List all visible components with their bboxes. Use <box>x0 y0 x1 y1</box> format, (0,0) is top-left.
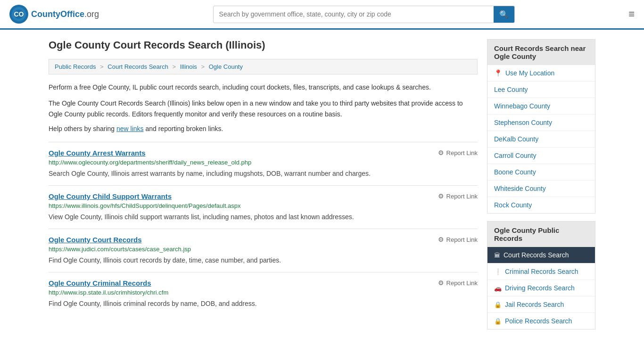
record-url-2[interactable]: https://www.judici.com/courts/cases/case… <box>49 246 478 253</box>
report-label-3: Report Link <box>446 280 478 287</box>
breadcrumb-sep-2: > <box>173 63 178 70</box>
hamburger-menu-icon[interactable]: ≡ <box>628 8 635 20</box>
search-input[interactable] <box>214 7 494 22</box>
nearby-county-label-4: Carroll County <box>494 152 536 159</box>
breadcrumb-sep-1: > <box>100 63 105 70</box>
nearby-county-label-1: Winnebago County <box>494 102 550 110</box>
use-my-location[interactable]: 📍 Use My Location <box>487 65 595 82</box>
nearby-county-0[interactable]: Lee County <box>487 82 595 98</box>
record-url-1[interactable]: https://www.illinois.gov/hfs/ChildSuppor… <box>49 202 478 209</box>
report-link-2[interactable]: ⚙ Report Link <box>438 236 478 243</box>
help-text: Help others by sharing new links and rep… <box>49 125 478 132</box>
report-link-1[interactable]: ⚙ Report Link <box>438 192 478 200</box>
record-desc-2: Find Ogle County, Illinois court records… <box>49 255 478 265</box>
record-title-3[interactable]: Ogle County Criminal Records <box>49 279 151 287</box>
public-record-item-0[interactable]: 🏛 Court Records Search <box>487 247 595 263</box>
nearby-county-label-3: DeKalb County <box>494 135 538 143</box>
nearby-county-1[interactable]: Winnebago County <box>487 98 595 115</box>
report-icon-0: ⚙ <box>438 149 444 156</box>
breadcrumb-court-records[interactable]: Court Records Search <box>107 63 168 70</box>
nearby-county-label-7: Rock County <box>494 201 532 209</box>
public-record-item-2[interactable]: 🚗 Driving Records Search <box>487 280 595 296</box>
record-entry: Ogle County Arrest Warrants ⚙ Report Lin… <box>49 142 478 185</box>
nearby-county-label-0: Lee County <box>494 86 528 93</box>
sidebar: Court Records Search near Ogle County 📍 … <box>487 39 595 337</box>
third-party-text: The Ogle County Court Records Search (Il… <box>49 98 478 119</box>
content-area: Ogle County Court Records Search (Illino… <box>49 39 478 337</box>
nearby-county-label-2: Stephenson County <box>494 119 552 126</box>
record-desc-1: View Ogle County, Illinois child support… <box>49 212 478 222</box>
public-records-section: Ogle County Public Records 🏛 Court Recor… <box>487 221 595 329</box>
location-icon: 📍 <box>494 69 502 77</box>
record-header: Ogle County Criminal Records ⚙ Report Li… <box>49 279 478 287</box>
records-container: Ogle County Arrest Warrants ⚙ Report Lin… <box>49 142 478 315</box>
report-link-3[interactable]: ⚙ Report Link <box>438 279 478 287</box>
record-header: Ogle County Child Support Warrants ⚙ Rep… <box>49 192 478 200</box>
record-title-2[interactable]: Ogle County Court Records <box>49 236 142 244</box>
logo-area: CO CountyOffice.org <box>9 5 99 24</box>
use-my-location-label: Use My Location <box>505 69 554 77</box>
search-area: 🔍 <box>213 6 515 23</box>
header: CO CountyOffice.org 🔍 ≡ <box>0 0 644 30</box>
search-button[interactable]: 🔍 <box>494 6 514 23</box>
report-label-2: Report Link <box>446 236 478 243</box>
public-record-label-1: Criminal Records Search <box>505 268 578 275</box>
public-record-item-1[interactable]: ❕ Criminal Records Search <box>487 263 595 280</box>
svg-text:CO: CO <box>14 10 24 18</box>
breadcrumb-sep-3: > <box>201 63 206 70</box>
public-record-item-3[interactable]: 🔒 Jail Records Search <box>487 296 595 313</box>
public-record-icon-1: ❕ <box>494 268 502 275</box>
report-icon-3: ⚙ <box>438 279 444 287</box>
new-links-link[interactable]: new links <box>116 125 144 132</box>
record-url-0[interactable]: http://www.oglecounty.org/departments/sh… <box>49 159 478 166</box>
public-record-icon-0: 🏛 <box>494 252 500 259</box>
report-link-0[interactable]: ⚙ Report Link <box>438 149 478 156</box>
logo-icon: CO <box>9 5 28 24</box>
search-icon: 🔍 <box>499 10 509 18</box>
nearby-counties-section: Court Records Search near Ogle County 📍 … <box>487 39 595 214</box>
report-icon-1: ⚙ <box>438 192 444 200</box>
breadcrumb-illinois[interactable]: Illinois <box>180 63 197 70</box>
nearby-county-4[interactable]: Carroll County <box>487 148 595 164</box>
public-record-icon-2: 🚗 <box>494 285 502 292</box>
nearby-county-label-5: Boone County <box>494 168 536 176</box>
record-title-1[interactable]: Ogle County Child Support Warrants <box>49 192 172 200</box>
record-header: Ogle County Arrest Warrants ⚙ Report Lin… <box>49 149 478 157</box>
intro-text: Perform a free Ogle County, IL public co… <box>49 82 478 92</box>
record-entry: Ogle County Criminal Records ⚙ Report Li… <box>49 272 478 315</box>
page-title: Ogle County Court Records Search (Illino… <box>49 39 478 51</box>
help-text-before: Help others by sharing <box>49 125 116 132</box>
nearby-county-label-6: Whiteside County <box>494 185 546 192</box>
record-header: Ogle County Court Records ⚙ Report Link <box>49 236 478 244</box>
help-text-after: and reporting broken links. <box>144 125 223 132</box>
nearby-county-7[interactable]: Rock County <box>487 197 595 213</box>
public-records-list: 🏛 Court Records Search ❕ Criminal Record… <box>487 247 595 329</box>
record-entry: Ogle County Court Records ⚙ Report Link … <box>49 229 478 272</box>
record-desc-0: Search Ogle County, Illinois arrest warr… <box>49 169 478 179</box>
record-entry: Ogle County Child Support Warrants ⚙ Rep… <box>49 185 478 229</box>
breadcrumb: Public Records > Court Records Search > … <box>49 59 478 74</box>
breadcrumb-ogle-county[interactable]: Ogle County <box>209 63 243 70</box>
nearby-county-2[interactable]: Stephenson County <box>487 115 595 131</box>
public-record-label-2: Driving Records Search <box>505 284 575 292</box>
report-icon-2: ⚙ <box>438 236 444 243</box>
public-record-label-4: Police Records Search <box>505 317 572 325</box>
record-title-0[interactable]: Ogle County Arrest Warrants <box>49 149 146 157</box>
public-record-icon-3: 🔒 <box>494 301 502 308</box>
record-desc-3: Find Ogle County, Illinois criminal reco… <box>49 299 478 309</box>
report-label-0: Report Link <box>446 149 478 156</box>
nearby-county-3[interactable]: DeKalb County <box>487 131 595 148</box>
main-container: Ogle County Court Records Search (Illino… <box>39 30 605 346</box>
public-record-label-0: Court Records Search <box>504 251 569 259</box>
nearby-county-5[interactable]: Boone County <box>487 164 595 181</box>
logo-text: CountyOffice.org <box>31 9 99 19</box>
public-record-icon-4: 🔒 <box>494 318 502 325</box>
nearby-counties-list: Lee CountyWinnebago CountyStephenson Cou… <box>487 82 595 213</box>
public-records-header: Ogle County Public Records <box>487 222 595 247</box>
nearby-county-6[interactable]: Whiteside County <box>487 181 595 197</box>
public-record-item-4[interactable]: 🔒 Police Records Search <box>487 313 595 329</box>
breadcrumb-public-records[interactable]: Public Records <box>55 63 96 70</box>
report-label-1: Report Link <box>446 193 478 200</box>
public-record-label-3: Jail Records Search <box>505 301 564 308</box>
record-url-3[interactable]: http://www.isp.state.il.us/crimhistory/c… <box>49 289 478 296</box>
